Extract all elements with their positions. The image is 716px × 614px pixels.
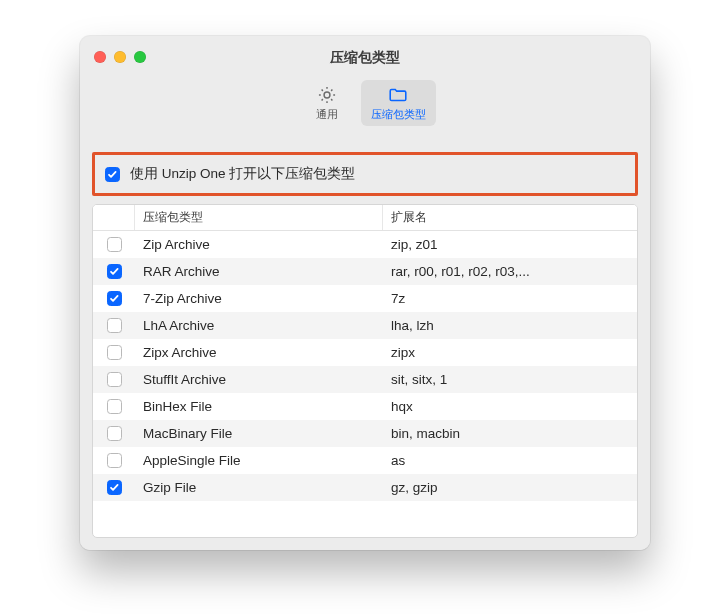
row-checkbox-cell bbox=[93, 453, 135, 468]
row-checkbox-cell bbox=[93, 399, 135, 414]
tab-general[interactable]: 通用 bbox=[295, 80, 359, 126]
row-ext: lha, lzh bbox=[383, 318, 637, 333]
row-name: 7-Zip Archive bbox=[135, 291, 383, 306]
master-checkbox[interactable] bbox=[105, 167, 120, 182]
table-row[interactable]: RAR Archiverar, r00, r01, r02, r03,... bbox=[93, 258, 637, 285]
toolbar: 通用 压缩包类型 bbox=[80, 80, 650, 136]
row-checkbox[interactable] bbox=[107, 480, 122, 495]
row-checkbox[interactable] bbox=[107, 426, 122, 441]
row-ext: 7z bbox=[383, 291, 637, 306]
row-name: MacBinary File bbox=[135, 426, 383, 441]
row-checkbox[interactable] bbox=[107, 291, 122, 306]
table-row[interactable]: Zip Archivezip, z01 bbox=[93, 231, 637, 258]
row-ext: sit, sitx, 1 bbox=[383, 372, 637, 387]
row-ext: zipx bbox=[383, 345, 637, 360]
master-checkbox-label: 使用 Unzip One 打开以下压缩包类型 bbox=[130, 165, 355, 183]
row-ext: hqx bbox=[383, 399, 637, 414]
window-title: 压缩包类型 bbox=[330, 49, 400, 67]
table-row[interactable]: AppleSingle Fileas bbox=[93, 447, 637, 474]
row-checkbox-cell bbox=[93, 345, 135, 360]
svg-point-0 bbox=[324, 92, 330, 98]
row-checkbox[interactable] bbox=[107, 318, 122, 333]
row-checkbox[interactable] bbox=[107, 264, 122, 279]
tab-types[interactable]: 压缩包类型 bbox=[361, 80, 436, 126]
column-header-type[interactable]: 压缩包类型 bbox=[135, 205, 383, 230]
row-name: BinHex File bbox=[135, 399, 383, 414]
row-checkbox[interactable] bbox=[107, 453, 122, 468]
table-row[interactable]: LhA Archivelha, lzh bbox=[93, 312, 637, 339]
row-checkbox-cell bbox=[93, 426, 135, 441]
row-checkbox[interactable] bbox=[107, 237, 122, 252]
row-checkbox-cell bbox=[93, 372, 135, 387]
row-name: RAR Archive bbox=[135, 264, 383, 279]
row-name: Zip Archive bbox=[135, 237, 383, 252]
row-name: LhA Archive bbox=[135, 318, 383, 333]
tab-general-label: 通用 bbox=[316, 107, 338, 122]
row-name: Zipx Archive bbox=[135, 345, 383, 360]
row-name: Gzip File bbox=[135, 480, 383, 495]
row-checkbox-cell bbox=[93, 480, 135, 495]
gear-icon bbox=[316, 84, 338, 106]
table-row[interactable]: 7-Zip Archive7z bbox=[93, 285, 637, 312]
master-toggle-row: 使用 Unzip One 打开以下压缩包类型 bbox=[92, 152, 638, 196]
row-checkbox-cell bbox=[93, 291, 135, 306]
table-header: 压缩包类型 扩展名 bbox=[93, 205, 637, 231]
row-checkbox-cell bbox=[93, 264, 135, 279]
titlebar: 压缩包类型 bbox=[80, 36, 650, 80]
column-header-ext[interactable]: 扩展名 bbox=[383, 205, 637, 230]
row-checkbox[interactable] bbox=[107, 372, 122, 387]
table-row[interactable]: Gzip Filegz, gzip bbox=[93, 474, 637, 501]
zoom-icon[interactable] bbox=[134, 51, 146, 63]
row-name: StuffIt Archive bbox=[135, 372, 383, 387]
row-checkbox-cell bbox=[93, 318, 135, 333]
table-row[interactable]: Zipx Archivezipx bbox=[93, 339, 637, 366]
table-body: Zip Archivezip, z01RAR Archiverar, r00, … bbox=[93, 231, 637, 537]
row-checkbox[interactable] bbox=[107, 399, 122, 414]
table-row[interactable]: BinHex Filehqx bbox=[93, 393, 637, 420]
tab-types-label: 压缩包类型 bbox=[371, 107, 426, 122]
content-area: 使用 Unzip One 打开以下压缩包类型 压缩包类型 扩展名 Zip Arc… bbox=[80, 136, 650, 550]
minimize-icon[interactable] bbox=[114, 51, 126, 63]
row-ext: zip, z01 bbox=[383, 237, 637, 252]
table-row[interactable]: StuffIt Archivesit, sitx, 1 bbox=[93, 366, 637, 393]
table-row[interactable]: MacBinary Filebin, macbin bbox=[93, 420, 637, 447]
row-ext: gz, gzip bbox=[383, 480, 637, 495]
row-name: AppleSingle File bbox=[135, 453, 383, 468]
column-header-checkbox[interactable] bbox=[93, 205, 135, 230]
file-types-table: 压缩包类型 扩展名 Zip Archivezip, z01RAR Archive… bbox=[92, 204, 638, 538]
traffic-lights bbox=[94, 51, 146, 63]
row-checkbox-cell bbox=[93, 237, 135, 252]
row-ext: bin, macbin bbox=[383, 426, 637, 441]
row-ext: rar, r00, r01, r02, r03,... bbox=[383, 264, 637, 279]
close-icon[interactable] bbox=[94, 51, 106, 63]
row-checkbox[interactable] bbox=[107, 345, 122, 360]
folder-icon bbox=[387, 84, 409, 106]
row-ext: as bbox=[383, 453, 637, 468]
preferences-window: 压缩包类型 通用 压缩包类型 使用 Unzi bbox=[80, 36, 650, 550]
